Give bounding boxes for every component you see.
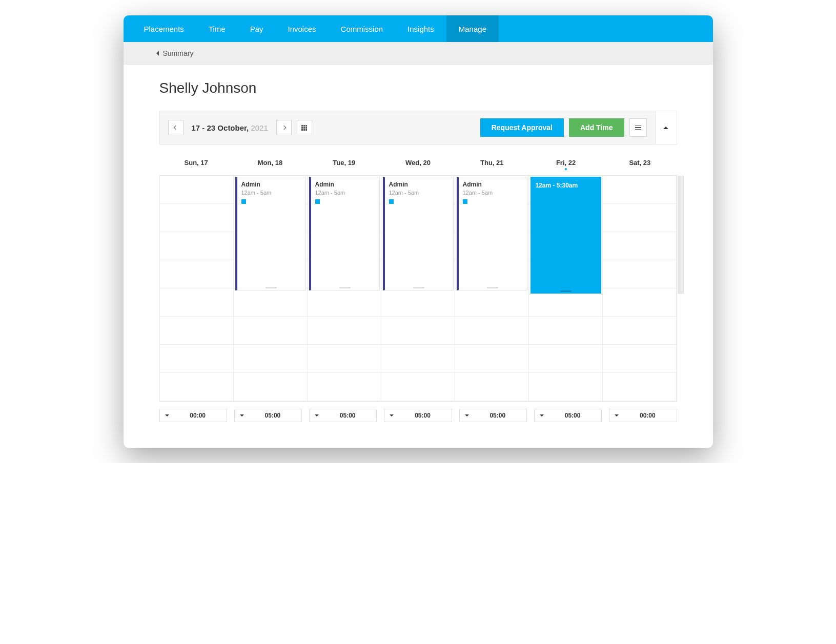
- total-value: 00:00: [624, 412, 671, 419]
- day-total-thu[interactable]: 05:00: [459, 409, 527, 422]
- calendar: Sun, 17 Mon, 18 Tue, 19 Wed, 20 Thu, 21 …: [159, 155, 677, 422]
- event-col-sun: [160, 176, 234, 294]
- calendar-grid[interactable]: Admin 12am - 5am Admin 12am - 5am: [159, 175, 677, 402]
- day-header-wed: Wed, 20: [381, 155, 455, 175]
- event-card-mon[interactable]: Admin 12am - 5am: [235, 177, 306, 290]
- day-total-sat[interactable]: 00:00: [609, 409, 677, 422]
- request-approval-button[interactable]: Request Approval: [480, 118, 564, 137]
- event-title: Admin: [241, 181, 301, 188]
- breadcrumb-bar: Summary: [124, 42, 713, 65]
- event-card-fri-active[interactable]: 12am - 5:30am: [531, 177, 601, 294]
- total-value: 05:00: [324, 412, 371, 419]
- caret-down-icon: [390, 414, 394, 417]
- day-total-fri[interactable]: 05:00: [534, 409, 602, 422]
- breadcrumb-label: Summary: [163, 49, 194, 57]
- drag-handle-icon[interactable]: [339, 287, 351, 288]
- chevron-left-icon: [173, 126, 177, 130]
- caret-down-icon: [315, 414, 319, 417]
- next-week-button[interactable]: [276, 120, 292, 135]
- content-area: Shelly Johnson 17 - 23 October, 2021: [124, 65, 713, 448]
- day-header-fri: Fri, 22: [529, 155, 603, 175]
- event-tag-icon: [389, 199, 394, 204]
- nav-pay[interactable]: Pay: [238, 15, 276, 42]
- toolbar-row: 17 - 23 October, 2021 Request Approval A…: [159, 111, 677, 144]
- list-view-button[interactable]: [629, 118, 647, 137]
- nav-commission[interactable]: Commission: [329, 15, 396, 42]
- event-col-wed: Admin 12am - 5am: [381, 176, 455, 294]
- add-time-button[interactable]: Add Time: [569, 118, 624, 137]
- total-value: 00:00: [174, 412, 221, 419]
- event-time: 12am - 5am: [463, 190, 523, 196]
- event-col-thu: Admin 12am - 5am: [455, 176, 529, 294]
- event-title: Admin: [389, 181, 449, 188]
- list-icon: [635, 126, 641, 130]
- event-col-tue: Admin 12am - 5am: [308, 176, 381, 294]
- day-headers: Sun, 17 Mon, 18 Tue, 19 Wed, 20 Thu, 21 …: [159, 155, 677, 175]
- caret-down-icon: [615, 414, 619, 417]
- today-dot-icon: [565, 168, 567, 170]
- event-card-tue[interactable]: Admin 12am - 5am: [309, 177, 380, 290]
- event-time: 12am - 5:30am: [536, 182, 596, 189]
- caret-up-icon: [663, 127, 668, 129]
- caret-down-icon: [240, 414, 244, 417]
- day-header-mon: Mon, 18: [233, 155, 307, 175]
- day-header-sun: Sun, 17: [159, 155, 233, 175]
- event-time: 12am - 5am: [389, 190, 449, 196]
- drag-handle-icon[interactable]: [266, 287, 277, 288]
- day-header-thu: Thu, 21: [455, 155, 529, 175]
- toolbar: 17 - 23 October, 2021 Request Approval A…: [159, 111, 656, 144]
- nav-manage[interactable]: Manage: [446, 15, 499, 42]
- day-header-tue: Tue, 19: [307, 155, 381, 175]
- event-title: Admin: [463, 181, 523, 188]
- event-title: Admin: [315, 181, 375, 188]
- caret-left-icon: [156, 51, 159, 56]
- calendar-picker-button[interactable]: [297, 120, 312, 135]
- drag-handle-icon[interactable]: [413, 287, 424, 288]
- total-value: 05:00: [474, 412, 521, 419]
- page-title: Shelly Johnson: [159, 80, 677, 96]
- event-tag-icon: [315, 199, 320, 204]
- prev-week-button[interactable]: [168, 120, 183, 135]
- nav-insights[interactable]: Insights: [395, 15, 446, 42]
- caret-down-icon: [165, 414, 169, 417]
- event-card-thu[interactable]: Admin 12am - 5am: [457, 177, 527, 290]
- date-range-year: 2021: [251, 123, 268, 132]
- drag-handle-icon[interactable]: [487, 287, 498, 288]
- date-range: 17 - 23 October, 2021: [192, 123, 268, 132]
- nav-time[interactable]: Time: [196, 15, 238, 42]
- drag-handle-icon[interactable]: [560, 290, 572, 292]
- event-time: 12am - 5am: [241, 190, 301, 196]
- caret-down-icon: [540, 414, 544, 417]
- day-total-wed[interactable]: 05:00: [384, 409, 452, 422]
- day-header-sat: Sat, 23: [603, 155, 677, 175]
- caret-down-icon: [465, 414, 469, 417]
- chevron-right-icon: [282, 126, 286, 130]
- event-card-wed[interactable]: Admin 12am - 5am: [383, 177, 454, 290]
- nav-placements[interactable]: Placements: [124, 15, 196, 42]
- day-total-sun[interactable]: 00:00: [159, 409, 227, 422]
- scroll-strip[interactable]: [678, 176, 684, 294]
- day-total-tue[interactable]: 05:00: [309, 409, 377, 422]
- nav-invoices[interactable]: Invoices: [276, 15, 329, 42]
- collapse-panel-button[interactable]: [656, 111, 677, 144]
- event-tag-icon: [463, 199, 467, 204]
- day-total-mon[interactable]: 05:00: [234, 409, 302, 422]
- total-value: 05:00: [549, 412, 596, 419]
- event-tag-icon: [241, 199, 246, 204]
- event-time: 12am - 5am: [315, 190, 375, 196]
- totals-row: 00:00 05:00 05:00 05:00 05:00: [159, 409, 677, 422]
- top-nav: Placements Time Pay Invoices Commission …: [124, 15, 713, 42]
- events-layer: Admin 12am - 5am Admin 12am - 5am: [160, 176, 677, 294]
- breadcrumb-summary[interactable]: Summary: [156, 49, 194, 57]
- event-col-fri: 12am - 5:30am: [529, 176, 603, 294]
- total-value: 05:00: [249, 412, 296, 419]
- total-value: 05:00: [399, 412, 446, 419]
- event-col-mon: Admin 12am - 5am: [234, 176, 308, 294]
- app-window: Placements Time Pay Invoices Commission …: [124, 15, 713, 448]
- date-range-text: 17 - 23 October,: [192, 123, 249, 132]
- event-col-sat: [603, 176, 677, 294]
- calendar-grid-icon: [301, 125, 307, 131]
